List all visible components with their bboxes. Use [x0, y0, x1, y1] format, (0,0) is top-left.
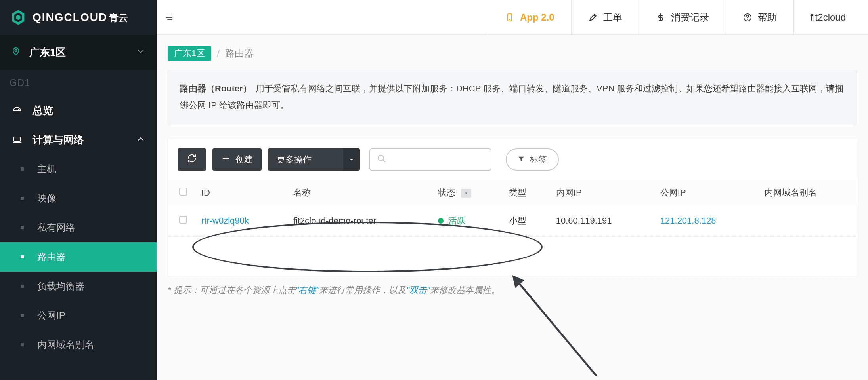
- sidebar-item-label: 计算与网络: [33, 133, 84, 147]
- sidebar-item-label: 路由器: [37, 251, 66, 263]
- th-status: 状态: [431, 180, 502, 205]
- create-button-label: 创建: [235, 154, 253, 165]
- breadcrumb-separator: /: [217, 48, 220, 59]
- th-public-ip: 公网IP: [653, 180, 757, 205]
- breadcrumb: 广东1区 / 路由器: [157, 35, 868, 68]
- sidebar-item-overview[interactable]: 总览: [0, 96, 157, 125]
- th-private-ip: 内网IP: [549, 180, 653, 205]
- row-type: 小型: [502, 205, 549, 236]
- topbar-app[interactable]: App 2.0: [488, 0, 571, 34]
- sidebar-item-4[interactable]: 负载均衡器: [0, 272, 157, 301]
- row-status: 活跃: [438, 215, 466, 227]
- topbar-billing-label: 消费记录: [671, 11, 709, 24]
- svg-marker-19: [465, 192, 467, 194]
- bullet-icon: [21, 255, 24, 258]
- topbar-ticket[interactable]: 工单: [571, 0, 639, 34]
- topbar-user[interactable]: fit2cloud: [793, 0, 868, 34]
- sidebar-item-label: 主机: [37, 163, 56, 175]
- sidebar-item-label: 公网IP: [37, 309, 65, 322]
- svg-point-16: [378, 155, 384, 161]
- topbar-ticket-label: 工单: [603, 11, 622, 24]
- th-alias: 内网域名别名: [757, 180, 857, 205]
- sidebar-item-6[interactable]: 内网域名别名: [0, 330, 157, 359]
- help-icon: [743, 13, 752, 22]
- sidebar-group-compute[interactable]: 计算与网络: [0, 125, 157, 154]
- svg-marker-18: [518, 156, 524, 161]
- info-banner: 路由器（Router） 用于受管私有网络之间互联，并提供以下附加服务：DHCP …: [168, 70, 857, 124]
- topbar-billing[interactable]: 消费记录: [639, 0, 726, 34]
- tag-filter-button[interactable]: 标签: [506, 148, 559, 171]
- more-actions-label: 更多操作: [277, 154, 312, 165]
- status-dot-icon: [438, 218, 444, 224]
- sidebar-item-label: 负载均衡器: [37, 280, 85, 293]
- sidebar-item-3[interactable]: 路由器: [0, 242, 157, 272]
- phone-icon: [505, 13, 514, 22]
- search-icon: [377, 154, 386, 165]
- router-table: ID 名称 状态 类型 内网IP 公网IP 内网域名别名 rtr-w0zlq90…: [168, 180, 857, 237]
- sidebar-item-2[interactable]: 私有网络: [0, 213, 157, 242]
- svg-point-3: [15, 49, 17, 51]
- svg-rect-4: [14, 137, 20, 141]
- bullet-icon: [21, 314, 24, 317]
- laptop-icon: [11, 135, 23, 144]
- bullet-icon: [21, 167, 24, 171]
- sidebar-toggle[interactable]: [157, 0, 181, 34]
- breadcrumb-region[interactable]: 广东1区: [168, 46, 211, 61]
- status-filter-dropdown[interactable]: [461, 189, 471, 198]
- main-content: 广东1区 / 路由器 路由器（Router） 用于受管私有网络之间互联，并提供以…: [157, 35, 868, 380]
- row-name: fit2cloud-demo-router: [286, 205, 431, 236]
- filter-icon: [518, 154, 525, 165]
- svg-line-17: [383, 160, 385, 162]
- search-box[interactable]: [369, 148, 491, 171]
- sidebar-item-label: 总览: [33, 104, 53, 118]
- th-id: ID: [194, 180, 286, 205]
- topbar-help[interactable]: 帮助: [726, 0, 793, 34]
- create-button[interactable]: 创建: [212, 148, 262, 171]
- hint-text: * 提示：可通过在各个资源上点击"右键"来进行常用操作，以及"双击"来修改基本属…: [168, 284, 857, 296]
- brand-name: QINGCLOUD青云: [33, 11, 128, 24]
- dollar-icon: [656, 13, 665, 22]
- tag-filter-label: 标签: [530, 154, 547, 165]
- row-id-link[interactable]: rtr-w0zlq90k: [201, 216, 249, 226]
- refresh-icon: [187, 154, 197, 165]
- info-title: 路由器（Router）: [180, 84, 252, 93]
- brand-logo-icon: [10, 9, 27, 26]
- topbar: App 2.0 工单 消费记录 帮助 fit2cloud: [157, 0, 868, 35]
- region-code: GD1: [0, 70, 157, 96]
- region-label: 广东1区: [29, 46, 136, 59]
- bullet-icon: [21, 343, 24, 346]
- svg-marker-15: [350, 159, 353, 161]
- table-header-row: ID 名称 状态 类型 内网IP 公网IP 内网域名别名: [168, 180, 857, 205]
- chevron-up-icon: [136, 134, 145, 146]
- dashboard-icon: [11, 106, 23, 115]
- brand[interactable]: QINGCLOUD青云: [0, 0, 157, 35]
- select-all-checkbox[interactable]: [179, 188, 187, 196]
- refresh-button[interactable]: [178, 148, 206, 171]
- th-name: 名称: [286, 180, 431, 205]
- caret-down-icon: [343, 148, 360, 171]
- sidebar-item-0[interactable]: 主机: [0, 154, 157, 184]
- sidebar-item-1[interactable]: 映像: [0, 184, 157, 213]
- breadcrumb-current: 路由器: [225, 47, 254, 60]
- ticket-icon: [588, 13, 598, 22]
- sidebar-item-label: 映像: [37, 192, 56, 205]
- bullet-icon: [21, 197, 24, 200]
- row-alias: [757, 205, 857, 236]
- topbar-app-label: App 2.0: [520, 12, 554, 23]
- plus-icon: [221, 154, 231, 165]
- topbar-help-label: 帮助: [758, 11, 777, 24]
- router-panel: 创建 更多操作 标签 ID 名称 状: [168, 139, 857, 277]
- caret-down-icon: [136, 47, 145, 58]
- topbar-user-label: fit2cloud: [811, 12, 846, 23]
- sidebar: QINGCLOUD青云 广东1区 GD1 总览 计算与网络 主机映像私有网络路由…: [0, 0, 157, 380]
- row-checkbox[interactable]: [179, 216, 187, 224]
- more-actions-select[interactable]: 更多操作: [268, 148, 357, 171]
- row-public-ip-link[interactable]: 121.201.8.128: [660, 216, 716, 226]
- sidebar-item-5[interactable]: 公网IP: [0, 301, 157, 330]
- map-pin-icon: [11, 47, 21, 58]
- bullet-icon: [21, 285, 24, 288]
- search-input[interactable]: [391, 154, 500, 165]
- th-type: 类型: [502, 180, 549, 205]
- table-row[interactable]: rtr-w0zlq90kfit2cloud-demo-router活跃小型10.…: [168, 205, 857, 236]
- region-selector[interactable]: 广东1区: [0, 35, 157, 70]
